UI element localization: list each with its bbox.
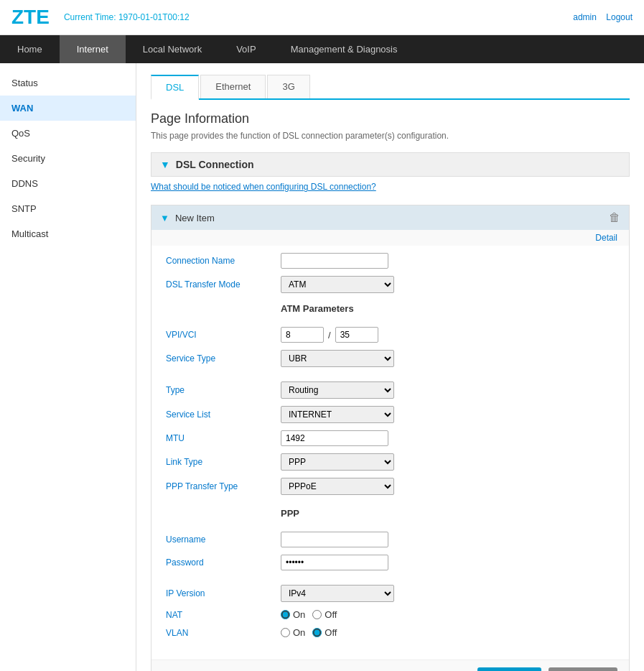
service-type-label: Service Type [166,353,281,364]
connection-name-label: Connection Name [166,256,281,266]
type-label: Type [166,385,281,395]
nat-on-label: On [293,609,305,620]
nat-on-option[interactable]: On [281,609,305,620]
nav-management[interactable]: Management & Diagnosis [274,35,415,63]
type-row: Type Routing Bridging [166,381,615,399]
nav-voip[interactable]: VoIP [219,35,273,63]
vlan-off-radio[interactable] [312,628,322,637]
dsl-transfer-mode-label: DSL Transfer Mode [166,279,281,290]
new-item-label: New Item [175,213,215,223]
dsl-transfer-mode-select[interactable]: ATM PTM [281,276,394,293]
nav-local-network[interactable]: Local Network [126,35,219,63]
main-nav: Home Internet Local Network VoIP Managem… [0,35,644,63]
service-type-row: Service Type UBR CBR VBR-rt VBR-nrt [166,350,615,367]
tab-3g[interactable]: 3G [267,75,309,98]
vlan-on-option[interactable]: On [281,627,305,638]
main-content: DSL Ethernet 3G Page Information This pa… [136,63,644,671]
ip-version-select[interactable]: IPv4 IPv6 IPv4/IPv6 [281,585,394,602]
vlan-off-option[interactable]: Off [312,627,337,638]
sidebar-item-multicast[interactable]: Multicast [0,221,136,246]
detail-link[interactable]: Detail [151,230,629,246]
type-select[interactable]: Routing Bridging [281,381,394,399]
new-item-header-left: ▼ New Item [160,213,215,223]
link-type-select[interactable]: PPP IPoE [281,453,394,471]
nat-off-label: Off [325,609,337,620]
cancel-button[interactable]: Cancel [549,667,617,671]
nat-label: NAT [166,610,281,620]
service-type-select[interactable]: UBR CBR VBR-rt VBR-nrt [281,350,394,367]
new-item-panel: ▼ New Item 🗑 Detail Connection Name DSL … [151,205,630,671]
dsl-transfer-mode-row: DSL Transfer Mode ATM PTM [166,276,615,293]
nat-off-option[interactable]: Off [312,609,337,620]
nat-on-radio[interactable] [281,610,290,619]
logout-link[interactable]: Logout [606,12,633,22]
ppp-transfer-type-row: PPP Transfer Type PPPoE PPPoA [166,478,615,495]
apply-button[interactable]: Apply [477,667,541,671]
ip-version-label: IP Version [166,588,281,598]
sidebar-item-status[interactable]: Status [0,70,136,96]
dsl-section-title: DSL Connection [176,159,254,170]
new-item-arrow-icon: ▼ [160,213,169,223]
tab-dsl[interactable]: DSL [151,75,199,100]
vpi-vci-label: VPI/VCI [166,330,281,340]
tab-ethernet[interactable]: Ethernet [200,75,266,98]
ppp-label: PPP [281,508,299,519]
sidebar-item-sntp[interactable]: SNTP [0,196,136,221]
link-type-label: Link Type [166,457,281,467]
link-type-row: Link Type PPP IPoE [166,453,615,471]
vlan-on-radio[interactable] [281,628,290,637]
password-label: Password [166,557,281,568]
atm-params-label: ATM Parameters [281,303,354,314]
sidebar-item-wan[interactable]: WAN [0,96,136,121]
username-row: Username [166,532,615,547]
vpi-vci-separator: / [328,330,331,341]
service-list-row: Service List INTERNET TR069 VOICE OTHER [166,406,615,423]
vci-input[interactable] [335,327,378,343]
page-description: This page provides the function of DSL c… [151,131,630,141]
admin-label: admin [573,12,597,22]
nav-home[interactable]: Home [0,35,60,63]
username-input[interactable] [281,532,388,547]
delete-item-icon[interactable]: 🗑 [609,211,620,224]
username-label: Username [166,535,281,545]
dsl-section-header: ▼ DSL Connection [151,152,630,177]
dsl-config-link[interactable]: What should be noticed when configuring … [151,182,376,192]
connection-name-input[interactable] [281,253,388,269]
vpi-vci-row: VPI/VCI / [166,327,615,343]
mtu-input[interactable] [281,430,388,446]
password-input[interactable] [281,555,388,570]
content-area: Status WAN QoS Security DDNS SNTP Multic… [0,63,644,671]
sidebar-item-qos[interactable]: QoS [0,121,136,146]
service-list-select[interactable]: INTERNET TR069 VOICE OTHER [281,406,394,423]
service-list-label: Service List [166,409,281,420]
vlan-row: VLAN On Off [166,627,615,638]
dsl-connection-section: ▼ DSL Connection What should be noticed … [151,152,630,196]
sidebar-item-ddns[interactable]: DDNS [0,171,136,196]
header: ZTE Current Time: 1970-01-01T00:12 admin… [0,0,644,35]
sidebar-item-security[interactable]: Security [0,146,136,171]
ppp-transfer-type-label: PPP Transfer Type [166,481,281,491]
mtu-label: MTU [166,433,281,443]
vlan-radio-group: On Off [281,627,337,638]
zte-logo: ZTE [11,6,50,29]
nat-off-radio[interactable] [312,610,322,619]
sidebar: Status WAN QoS Security DDNS SNTP Multic… [0,63,136,671]
ppp-transfer-type-select[interactable]: PPPoE PPPoA [281,478,394,495]
section-arrow-icon: ▼ [160,159,170,170]
new-item-header: ▼ New Item 🗑 [151,205,629,230]
user-links: admin Logout [566,12,633,22]
current-time: Current Time: 1970-01-01T00:12 [64,12,566,22]
nat-radio-group: On Off [281,609,337,620]
ppp-label-row: PPP [166,502,615,524]
vlan-off-label: Off [325,627,337,638]
vpi-input[interactable] [281,327,324,343]
form-body: Connection Name DSL Transfer Mode ATM PT… [151,246,629,660]
nat-row: NAT On Off [166,609,615,620]
atm-params-row: ATM Parameters [166,300,615,320]
nav-internet[interactable]: Internet [60,35,126,63]
password-row: Password [166,555,615,570]
ip-version-row: IP Version IPv4 IPv6 IPv4/IPv6 [166,585,615,602]
vpi-vci-inputs: / [281,327,378,343]
tab-bar: DSL Ethernet 3G [151,75,630,100]
connection-name-row: Connection Name [166,253,615,269]
